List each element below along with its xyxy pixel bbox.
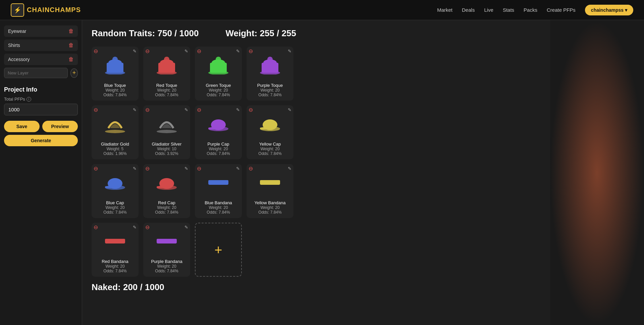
trait-edit-icon[interactable]: ✎ bbox=[184, 166, 188, 171]
add-trait-card[interactable]: + bbox=[195, 223, 242, 277]
trait-card: ⊖ ✎ Green Toque Weight: 20 Odds: 7.84% bbox=[195, 47, 242, 101]
trait-image-area bbox=[198, 109, 238, 139]
nav-market[interactable]: Market bbox=[437, 7, 452, 13]
trait-odds: Odds: 7.84% bbox=[258, 210, 281, 215]
trait-remove-icon[interactable]: ⊖ bbox=[94, 166, 98, 171]
trait-edit-icon[interactable]: ✎ bbox=[288, 166, 291, 171]
trait-remove-icon[interactable]: ⊖ bbox=[94, 49, 98, 54]
trait-card: ⊖ ✎ Blue Cap Weight: 20 Odds: 7.84% bbox=[92, 164, 139, 218]
trait-weight: Weight: 20 bbox=[105, 264, 124, 269]
trait-remove-icon[interactable]: ⊖ bbox=[197, 166, 201, 171]
weight-stat: Weight: 255 / 255 bbox=[225, 28, 296, 39]
trait-image-area bbox=[147, 109, 187, 139]
trait-remove-icon[interactable]: ⊖ bbox=[94, 107, 98, 113]
trait-edit-icon[interactable]: ✎ bbox=[133, 107, 137, 112]
trait-remove-icon[interactable]: ⊖ bbox=[197, 49, 201, 54]
trait-odds: Odds: 7.84% bbox=[103, 210, 126, 215]
trait-card: ⊖ ✎ Purple Bandana Weight: 20 Odds: 7.84… bbox=[143, 223, 190, 277]
trait-edit-icon[interactable]: ✎ bbox=[184, 49, 188, 54]
layer-eyewear[interactable]: Eyewear 🗑 bbox=[4, 25, 78, 37]
nav-create-pfps[interactable]: Create PFPs bbox=[547, 7, 576, 13]
layer-accessory-label: Accessory bbox=[8, 57, 30, 62]
trait-edit-icon[interactable]: ✎ bbox=[133, 166, 137, 171]
trait-name: Purple Bandana bbox=[151, 259, 182, 264]
trait-odds: Odds: 3.92% bbox=[155, 151, 178, 156]
layer-accessory[interactable]: Accessory 🗑 bbox=[4, 54, 78, 65]
trait-edit-icon[interactable]: ✎ bbox=[288, 107, 291, 112]
sidebar: Eyewear 🗑 Shirts 🗑 Accessory 🗑 + Project… bbox=[0, 20, 82, 325]
svg-rect-33 bbox=[260, 180, 280, 182]
trait-remove-icon[interactable]: ⊖ bbox=[249, 107, 253, 113]
trait-edit-icon[interactable]: ✎ bbox=[236, 166, 240, 171]
trait-name: Blue Toque bbox=[104, 83, 126, 88]
trait-edit-icon[interactable]: ✎ bbox=[288, 49, 291, 54]
trait-remove-icon[interactable]: ⊖ bbox=[145, 225, 150, 230]
nav-packs[interactable]: Packs bbox=[524, 7, 537, 13]
project-info-title: Project Info bbox=[4, 86, 78, 93]
trait-weight: Weight: 20 bbox=[105, 88, 124, 93]
trait-weight: Weight: 20 bbox=[209, 147, 228, 151]
trait-remove-icon[interactable]: ⊖ bbox=[94, 225, 98, 230]
trait-edit-icon[interactable]: ✎ bbox=[184, 107, 188, 112]
trait-weight: Weight: 20 bbox=[260, 88, 279, 93]
trait-name: Yellow Bandana bbox=[255, 200, 286, 205]
svg-point-15 bbox=[267, 57, 273, 62]
nav-stats[interactable]: Stats bbox=[503, 7, 514, 13]
trait-edit-icon[interactable]: ✎ bbox=[236, 49, 240, 54]
trait-weight: Weight: 20 bbox=[209, 88, 228, 93]
trait-name: Blue Bandana bbox=[205, 200, 232, 205]
trait-edit-icon[interactable]: ✎ bbox=[133, 49, 137, 54]
nav-live[interactable]: Live bbox=[484, 7, 493, 13]
delete-accessory-icon[interactable]: 🗑 bbox=[68, 56, 74, 62]
layer-shirts-label: Shirts bbox=[8, 43, 20, 48]
trait-remove-icon[interactable]: ⊖ bbox=[145, 107, 150, 113]
main-content: Random Traits: 750 / 1000 Weight: 255 / … bbox=[82, 20, 550, 325]
traits-grid: ⊖ ✎ Blue Toque Weight: 20 Odds: 7.84% ⊖ … bbox=[92, 47, 541, 277]
delete-eyewear-icon[interactable]: 🗑 bbox=[68, 28, 74, 34]
trait-odds: Odds: 7.84% bbox=[207, 210, 230, 215]
trait-name: Blue Cap bbox=[106, 200, 124, 205]
save-button[interactable]: Save bbox=[4, 121, 40, 132]
svg-rect-37 bbox=[157, 239, 177, 240]
svg-rect-23 bbox=[260, 127, 267, 129]
delete-shirts-icon[interactable]: 🗑 bbox=[68, 42, 74, 48]
total-pfps-label: Total PFPs i bbox=[4, 97, 78, 102]
trait-remove-icon[interactable]: ⊖ bbox=[145, 166, 150, 171]
trait-edit-icon[interactable]: ✎ bbox=[133, 225, 137, 230]
trait-weight: Weight: 10 bbox=[157, 147, 176, 151]
layer-shirts[interactable]: Shirts 🗑 bbox=[4, 40, 78, 51]
trait-remove-icon[interactable]: ⊖ bbox=[145, 49, 150, 54]
new-layer-row: + bbox=[4, 68, 78, 78]
project-info: Project Info Total PFPs i Save Preview G… bbox=[4, 86, 78, 146]
trait-name: Yellow Cap bbox=[259, 142, 281, 147]
trait-card: ⊖ ✎ Blue Toque Weight: 20 Odds: 7.84% bbox=[92, 47, 139, 101]
logo-icon: ⚡ bbox=[11, 3, 24, 17]
svg-point-17 bbox=[157, 130, 177, 133]
trait-card: ⊖ ✎ Purple Cap Weight: 20 Odds: 7.84% bbox=[195, 105, 242, 159]
logo-text: CHAINCHAMPS bbox=[27, 6, 81, 14]
stats-header: Random Traits: 750 / 1000 Weight: 255 / … bbox=[92, 28, 541, 39]
trait-name: Red Cap bbox=[158, 200, 175, 205]
trait-remove-icon[interactable]: ⊖ bbox=[197, 107, 201, 113]
generate-button[interactable]: Generate bbox=[4, 135, 78, 146]
svg-point-3 bbox=[112, 57, 118, 62]
trait-card: ⊖ ✎ Purple Toque Weight: 20 Odds: 7.84% bbox=[247, 47, 293, 101]
nav-deals[interactable]: Deals bbox=[462, 7, 475, 13]
user-menu-button[interactable]: chainchampss ▾ bbox=[585, 5, 633, 15]
trait-card: ⊖ ✎ Red Toque Weight: 20 Odds: 7.84% bbox=[143, 47, 190, 101]
trait-odds: Odds: 7.84% bbox=[258, 151, 281, 156]
trait-edit-icon[interactable]: ✎ bbox=[236, 107, 240, 112]
trait-remove-icon[interactable]: ⊖ bbox=[249, 166, 253, 171]
trait-remove-icon[interactable]: ⊖ bbox=[249, 49, 253, 54]
trait-image-area bbox=[147, 50, 187, 80]
trait-weight: Weight: 20 bbox=[157, 264, 176, 269]
trait-edit-icon[interactable]: ✎ bbox=[184, 225, 188, 230]
trait-card: ⊖ ✎ Red Bandana Weight: 20 Odds: 7.84% bbox=[92, 223, 139, 277]
new-layer-input[interactable] bbox=[4, 68, 68, 78]
add-layer-button[interactable]: + bbox=[70, 68, 78, 78]
preview-button[interactable]: Preview bbox=[42, 121, 78, 132]
trait-image-area bbox=[198, 50, 238, 80]
total-pfps-input[interactable] bbox=[4, 104, 78, 115]
trait-weight: Weight: 20 bbox=[260, 147, 279, 151]
trait-name: Gladiator Silver bbox=[152, 142, 182, 147]
